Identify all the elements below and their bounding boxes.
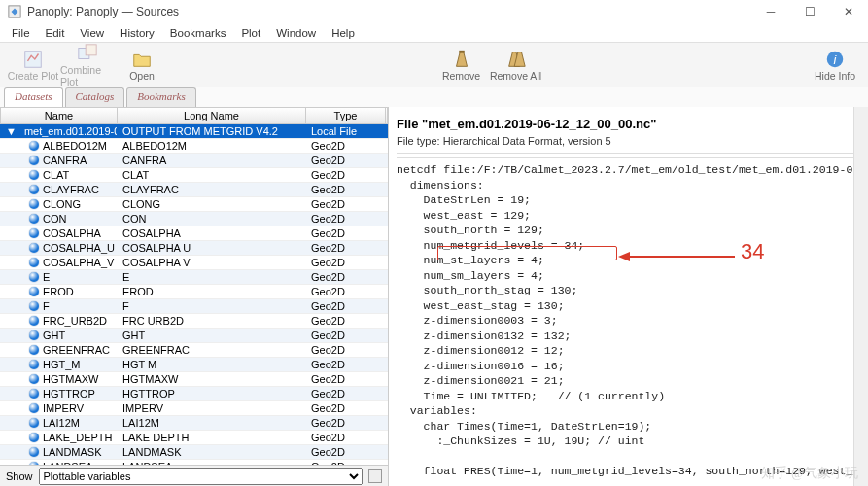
table-row[interactable]: FFGeo2D	[0, 299, 388, 314]
table-row[interactable]: CLATCLATGeo2D	[0, 168, 388, 183]
highlight-box	[437, 246, 617, 260]
table-row[interactable]: HGTMAXWHGTMAXWGeo2D	[0, 372, 388, 387]
remove-all-button[interactable]: Remove All	[489, 49, 543, 82]
table-header: Name Long Name Type	[0, 107, 388, 124]
annotation-number: 34	[741, 239, 764, 264]
table-row[interactable]: IMPERVIMPERVGeo2D	[0, 401, 388, 416]
table-row[interactable]: CANFRACANFRAGeo2D	[0, 154, 388, 168]
open-button[interactable]: Open	[115, 49, 169, 82]
table-row[interactable]: ERODERODGeo2D	[0, 285, 388, 299]
table-row[interactable]: COSALPHACOSALPHAGeo2D	[0, 226, 388, 241]
tab-catalogs[interactable]: Catalogs	[65, 87, 125, 107]
tab-bookmarks[interactable]: Bookmarks	[126, 87, 196, 107]
app-icon	[8, 5, 21, 18]
netcdf-dump[interactable]: netcdf file:/F:/TB/Calmet_2023.2.7/met_e…	[397, 157, 860, 480]
table-row[interactable]: COSALPHA_VCOSALPHA VGeo2D	[0, 256, 388, 270]
dataset-icon	[29, 403, 39, 413]
table-row[interactable]: LAI12MLAI12MGeo2D	[0, 416, 388, 431]
dataset-icon	[29, 418, 39, 428]
table-row[interactable]: CLAYFRACCLAYFRACGeo2D	[0, 183, 388, 197]
expand-icon[interactable]: ▼	[6, 125, 17, 137]
table-row[interactable]: EEGeo2D	[0, 270, 388, 285]
menu-bookmarks[interactable]: Bookmarks	[164, 25, 232, 41]
dataset-table[interactable]: ▼met_em.d01.2019-06-…OUTPUT FROM METGRID…	[0, 124, 388, 465]
table-row[interactable]: LAKE_DEPTHLAKE DEPTHGeo2D	[0, 431, 388, 445]
dataset-icon	[29, 185, 39, 194]
close-button[interactable]: ✕	[829, 0, 868, 23]
table-row[interactable]: HGT_MHGT MGeo2D	[0, 358, 388, 372]
remove-button[interactable]: Remove	[434, 49, 489, 82]
table-row[interactable]: CLONGCLONGGeo2D	[0, 197, 388, 212]
dataset-icon	[29, 141, 39, 151]
dataset-icon	[29, 170, 39, 180]
watermark: 知乎 @气象小玩	[761, 465, 858, 482]
window-title: Panoply: Panoply — Sources	[27, 5, 179, 18]
file-title: File "met_em.d01.2019-06-12_12_00_00.nc"	[397, 113, 860, 135]
dataset-icon	[29, 272, 39, 282]
svg-rect-3	[86, 44, 96, 54]
table-row[interactable]: CONCONGeo2D	[0, 212, 388, 226]
dataset-icon	[29, 199, 39, 209]
show-bar: Show Plottable variables	[0, 465, 388, 486]
table-row[interactable]: GREENFRACGREENFRACGeo2D	[0, 343, 388, 358]
dataset-icon	[29, 228, 39, 238]
dataset-icon	[29, 258, 39, 267]
dataset-icon	[29, 433, 39, 442]
tab-bar: Datasets Catalogs Bookmarks	[0, 87, 868, 107]
dataset-icon	[29, 447, 39, 457]
table-row[interactable]: COSALPHA_UCOSALPHA UGeo2D	[0, 241, 388, 256]
table-row[interactable]: FRC_URB2DFRC URB2DGeo2D	[0, 314, 388, 329]
arrow-annotation	[618, 251, 735, 264]
toolbar: Create Plot Combine Plot Open Remove Rem…	[0, 43, 868, 87]
svg-marker-8	[618, 252, 630, 261]
menu-bar: File Edit View History Bookmarks Plot Wi…	[0, 23, 868, 43]
menu-window[interactable]: Window	[270, 25, 322, 41]
show-select[interactable]: Plottable variables	[39, 468, 363, 485]
tab-datasets[interactable]: Datasets	[4, 87, 63, 107]
maximize-button[interactable]: ☐	[790, 0, 829, 23]
create-plot-button[interactable]: Create Plot	[6, 49, 60, 82]
dataset-icon	[29, 243, 39, 253]
table-row[interactable]: ▼met_em.d01.2019-06-…OUTPUT FROM METGRID…	[0, 124, 388, 139]
dataset-icon	[29, 389, 39, 399]
svg-rect-4	[459, 50, 465, 52]
filter-icon[interactable]	[368, 469, 382, 483]
dataset-icon	[29, 287, 39, 296]
title-bar: Panoply: Panoply — Sources ─ ☐ ✕	[0, 0, 868, 23]
menu-plot[interactable]: Plot	[235, 25, 266, 41]
table-row[interactable]: LANDMASKLANDMASKGeo2D	[0, 445, 388, 460]
hide-info-button[interactable]: i Hide Info	[808, 49, 862, 82]
menu-file[interactable]: File	[6, 25, 36, 41]
dataset-icon	[29, 301, 39, 311]
menu-edit[interactable]: Edit	[40, 25, 71, 41]
col-longname[interactable]: Long Name	[118, 108, 306, 123]
info-panel: File "met_em.d01.2019-06-12_12_00_00.nc"…	[389, 107, 868, 486]
datasets-panel: Name Long Name Type ▼met_em.d01.2019-06-…	[0, 107, 389, 486]
table-row[interactable]: ALBEDO12MALBEDO12MGeo2D	[0, 139, 388, 154]
menu-help[interactable]: Help	[326, 25, 361, 41]
col-type[interactable]: Type	[306, 108, 386, 123]
combine-plot-button[interactable]: Combine Plot	[60, 43, 115, 87]
dataset-icon	[29, 360, 39, 369]
menu-history[interactable]: History	[114, 25, 160, 41]
file-subtitle: File type: Hierarchical Data Format, ver…	[397, 135, 860, 154]
table-row[interactable]: HGTTROPHGTTROPGeo2D	[0, 387, 388, 401]
svg-rect-1	[25, 51, 42, 67]
col-name[interactable]: Name	[1, 108, 118, 123]
menu-view[interactable]: View	[74, 25, 110, 41]
dataset-icon	[29, 214, 39, 224]
dataset-icon	[29, 156, 39, 165]
show-label: Show	[6, 470, 33, 482]
dataset-icon	[29, 374, 39, 384]
dataset-icon	[29, 316, 39, 326]
dataset-icon	[29, 330, 39, 340]
table-row[interactable]: GHTGHTGeo2D	[0, 329, 388, 343]
minimize-button[interactable]: ─	[751, 0, 790, 23]
dataset-icon	[29, 345, 39, 355]
